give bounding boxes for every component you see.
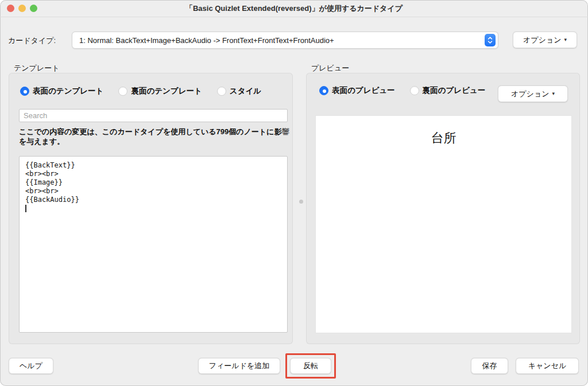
options-button-label: オプション: [523, 35, 562, 45]
card-type-selected-value: 1: Normal: BackText+Image+BackAudio -> F…: [72, 36, 485, 45]
popup-stepper-icon: [485, 34, 496, 46]
preview-section-label: プレビュー: [311, 63, 349, 73]
radio-back-preview-label: 裏面のプレビュー: [423, 85, 486, 96]
preview-options-button[interactable]: オプション ▾: [498, 85, 568, 102]
template-code-editor[interactable]: {{BackText}} <br><br> {{Image}} <br><br>…: [19, 156, 288, 333]
flip-button-highlight-box: 反転: [285, 353, 336, 379]
radio-front-preview-label: 表面のプレビュー: [332, 85, 395, 96]
template-groupbox: 表面のテンプレート 裏面のテンプレート スタイル ここでの内容の変更は、このカー…: [9, 73, 293, 344]
radio-circle-icon: [319, 86, 328, 95]
minimize-button[interactable]: [18, 5, 26, 12]
radio-front-template-label: 表面のテンプレート: [33, 86, 103, 96]
radio-back-preview[interactable]: 裏面のプレビュー: [410, 85, 486, 96]
radio-back-template-label: 裏面のテンプレート: [131, 86, 202, 96]
window-title: 「Basic Quizlet Extended(reversed)」が使用するカ…: [185, 3, 403, 14]
help-button[interactable]: ヘルプ: [9, 358, 53, 374]
flip-button[interactable]: 反転: [290, 358, 331, 374]
close-button[interactable]: [7, 5, 14, 12]
notes-affected-warning: ここでの内容の変更は、このカードタイプを使用している799個のノートに影響を与え…: [19, 127, 292, 146]
save-button[interactable]: 保存: [471, 358, 508, 374]
template-section-label: テンプレート: [14, 63, 60, 73]
traffic-lights: [7, 5, 37, 12]
radio-front-template[interactable]: 表面のテンプレート: [20, 86, 103, 96]
template-radio-row: 表面のテンプレート 裏面のテンプレート スタイル: [20, 86, 261, 96]
radio-styling[interactable]: スタイル: [217, 86, 261, 96]
zoom-button[interactable]: [30, 5, 37, 12]
preview-radio-row: 表面のプレビュー 裏面のプレビュー: [319, 85, 485, 96]
radio-styling-label: スタイル: [230, 86, 261, 96]
cancel-button[interactable]: キャンセル: [516, 358, 579, 374]
text-cursor: [25, 205, 26, 212]
radio-back-template[interactable]: 裏面のテンプレート: [118, 86, 202, 96]
chevron-down-icon: ▾: [564, 37, 567, 42]
preview-options-label: オプション: [511, 89, 550, 99]
cards-dialog-window: 「Basic Quizlet Extended(reversed)」が使用するカ…: [0, 0, 588, 386]
search-input[interactable]: [19, 109, 288, 122]
radio-circle-icon: [217, 87, 226, 96]
chevron-down-icon: ▾: [552, 91, 555, 96]
editor-cursor-line: [25, 204, 281, 213]
preview-card-text: 台所: [316, 130, 571, 147]
radio-circle-icon: [20, 87, 29, 96]
add-field-button[interactable]: フィールドを追加: [198, 358, 280, 374]
preview-groupbox: 表面のプレビュー 裏面のプレビュー オプション ▾ 台所: [306, 73, 580, 344]
card-type-select[interactable]: 1: Normal: BackText+Image+BackAudio -> F…: [72, 32, 498, 49]
template-code-text: {{BackText}} <br><br> {{Image}} <br><br>…: [25, 161, 281, 204]
panel-splitter-handle[interactable]: [299, 200, 303, 204]
title-bar: 「Basic Quizlet Extended(reversed)」が使用するカ…: [0, 0, 588, 17]
radio-circle-icon: [118, 87, 127, 96]
radio-front-preview[interactable]: 表面のプレビュー: [319, 85, 395, 96]
card-preview-area: 台所: [315, 115, 572, 333]
radio-circle-icon: [410, 86, 419, 95]
card-type-label: カードタイプ:: [8, 36, 56, 46]
card-type-options-button[interactable]: オプション ▾: [513, 32, 577, 48]
